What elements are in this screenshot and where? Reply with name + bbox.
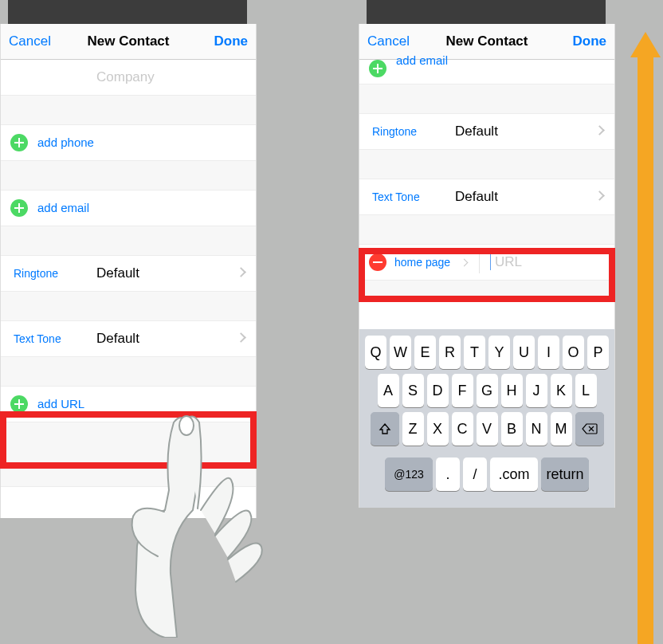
- key-t[interactable]: T: [464, 336, 485, 369]
- plus-icon: [10, 395, 28, 413]
- spacer: [1, 422, 256, 487]
- add-email-label: add email: [396, 52, 448, 69]
- divider: [479, 251, 480, 273]
- chevron-right-icon: [236, 267, 246, 277]
- shift-key[interactable]: [371, 412, 399, 446]
- spacer: [1, 161, 256, 190]
- right-phone: Cancel New Contact Done add email Ringto…: [359, 24, 615, 508]
- company-field[interactable]: Company: [1, 60, 256, 96]
- spacer: [1, 292, 256, 321]
- key-i[interactable]: I: [538, 336, 559, 369]
- key-a[interactable]: A: [378, 374, 399, 407]
- add-email-row[interactable]: add email: [359, 60, 614, 84]
- add-email-label: add email: [37, 190, 89, 226]
- ringtone-value: Default: [96, 256, 139, 291]
- key-l[interactable]: L: [575, 374, 597, 407]
- chevron-right-icon: [594, 125, 605, 135]
- key-j[interactable]: J: [526, 374, 547, 407]
- backspace-key[interactable]: [575, 412, 604, 446]
- spacer: [359, 215, 614, 245]
- key-w[interactable]: W: [390, 336, 411, 369]
- spacer: [1, 226, 256, 256]
- spacer: [359, 84, 614, 114]
- dotcom-key[interactable]: .com: [490, 457, 538, 491]
- nav-bar: Cancel New Contact Done: [1, 24, 256, 60]
- key-d[interactable]: D: [427, 374, 449, 407]
- company-placeholder: Company: [96, 60, 155, 95]
- text-caret: [490, 254, 491, 270]
- ringtone-label: Ringtone: [372, 114, 417, 149]
- key-x[interactable]: X: [427, 412, 449, 446]
- chevron-right-icon: [236, 332, 246, 343]
- add-phone-row[interactable]: add phone: [1, 125, 256, 161]
- key-v[interactable]: V: [477, 412, 498, 446]
- plus-icon: [10, 134, 28, 151]
- add-url-row[interactable]: add URL: [1, 387, 256, 422]
- add-phone-label: add phone: [37, 125, 94, 160]
- add-email-row[interactable]: add email: [1, 190, 256, 226]
- ringtone-row[interactable]: Ringtone Default: [1, 256, 256, 292]
- key-k[interactable]: K: [551, 374, 572, 407]
- key-u[interactable]: U: [513, 336, 535, 369]
- add-url-label: add URL: [37, 387, 84, 422]
- key-s[interactable]: S: [402, 374, 424, 407]
- texttone-value: Default: [455, 179, 498, 214]
- return-key[interactable]: return: [541, 457, 589, 491]
- ringtone-row[interactable]: Ringtone Default: [359, 114, 614, 150]
- key-g[interactable]: G: [477, 374, 498, 407]
- key-h[interactable]: H: [501, 374, 523, 407]
- key-o[interactable]: O: [563, 336, 584, 369]
- plus-icon: [369, 60, 386, 77]
- key-f[interactable]: F: [452, 374, 473, 407]
- key-m[interactable]: M: [551, 412, 572, 446]
- tutorial-arrow-head: [630, 32, 661, 57]
- texttone-row[interactable]: Text Tone Default: [1, 321, 256, 357]
- key-y[interactable]: Y: [488, 336, 510, 369]
- tutorial-arrow-stem: [638, 54, 653, 644]
- slash-key[interactable]: /: [463, 457, 487, 491]
- keyboard-row-3: Z X C V B N M: [359, 412, 614, 446]
- spacer: [359, 150, 614, 179]
- plus-icon: [10, 199, 28, 217]
- cancel-button[interactable]: Cancel: [9, 24, 51, 59]
- keyboard-row-2: A S D F G H J K L: [359, 374, 614, 407]
- key-n[interactable]: N: [526, 412, 547, 446]
- key-b[interactable]: B: [501, 412, 523, 446]
- key-e[interactable]: E: [414, 336, 436, 369]
- done-button[interactable]: Done: [214, 24, 249, 59]
- texttone-row[interactable]: Text Tone Default: [359, 179, 614, 215]
- texttone-label: Text Tone: [372, 179, 420, 214]
- ios-keyboard: Q W E R T Y U I O P A S D F G H J K L: [359, 329, 614, 508]
- chevron-right-icon: [594, 190, 605, 201]
- texttone-label: Text Tone: [14, 321, 61, 356]
- url-row[interactable]: home page URL: [359, 245, 614, 281]
- step2-banner: [367, 0, 606, 24]
- url-placeholder[interactable]: URL: [495, 245, 522, 280]
- done-button[interactable]: Done: [573, 24, 607, 59]
- keyboard-row-4: @123 . / .com return: [359, 450, 614, 498]
- ringtone-label: Ringtone: [14, 256, 58, 291]
- key-c[interactable]: C: [452, 412, 473, 446]
- spacer: [1, 96, 256, 125]
- key-p[interactable]: P: [587, 336, 609, 369]
- ringtone-value: Default: [455, 114, 498, 149]
- dot-key[interactable]: .: [436, 457, 460, 491]
- key-q[interactable]: Q: [365, 336, 386, 369]
- chevron-right-icon: [461, 259, 469, 267]
- left-phone: Cancel New Contact Done Company add phon…: [0, 24, 257, 518]
- url-kind-label[interactable]: home page: [394, 245, 450, 280]
- numbers-key[interactable]: @123: [385, 457, 433, 491]
- spacer: [1, 357, 256, 387]
- texttone-value: Default: [96, 321, 139, 356]
- key-r[interactable]: R: [439, 336, 461, 369]
- spacer: [359, 281, 614, 297]
- key-z[interactable]: Z: [402, 412, 424, 446]
- minus-icon[interactable]: [369, 253, 386, 271]
- keyboard-row-1: Q W E R T Y U I O P: [359, 336, 614, 369]
- step1-banner: [8, 0, 247, 24]
